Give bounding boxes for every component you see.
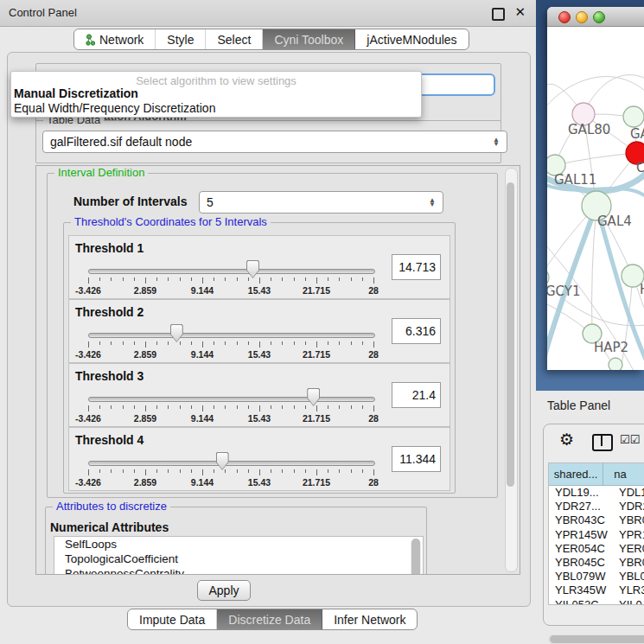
tick-mark [248,469,249,473]
slider-track[interactable] [88,461,375,466]
slider-thumb[interactable] [307,388,320,406]
column-header[interactable]: na [603,463,644,485]
control-panel-titlebar: Control Panel ✕ [0,0,536,27]
slider-track[interactable] [88,333,375,338]
tick-mark [339,341,340,345]
gear-icon[interactable]: ⚙ [559,431,574,449]
slider-track[interactable] [88,269,375,274]
number-of-intervals-combobox[interactable]: 5 ▲▼ [199,191,443,214]
tick-mark [225,469,226,473]
tab-discretize-data[interactable]: Discretize Data [217,609,322,629]
tick-mark [123,277,124,281]
tick-mark [237,469,238,473]
threshold-slider[interactable]: -3.4262.8599.14415.4321.71528 [88,322,373,360]
network-view-window: GAL80GACGAL11GAL4GCY1HHAP2 [547,7,644,370]
algorithm-placeholder: Select algorithm to view settings [11,74,421,87]
tick-mark [225,277,226,281]
number-of-intervals-value: 5 [207,195,214,209]
tab-label: Impute Data [139,613,205,627]
table-row[interactable]: YPR145WYPR1 [549,528,644,542]
minimize-traffic-light-icon[interactable] [576,11,588,23]
table-panel: Table Panel ⚙ ☑☑ shared... na YDL19...YD… [536,391,644,644]
numerical-attributes-list[interactable]: SelfLoopsTopologicalCoefficientBetweenne… [54,536,424,575]
attribute-list-item[interactable]: SelfLoops [54,537,423,552]
node-table-panel: ⚙ ☑☑ shared... na YDL19...YDL1YDR27...YD… [543,424,644,626]
threshold-value-field[interactable] [392,382,441,408]
tick-mark [362,469,363,473]
tick-label: 21.715 [303,349,330,360]
slider-thumb[interactable] [216,452,229,470]
attribute-list-item[interactable]: BetweennessCentrality [54,566,423,575]
close-traffic-light-icon[interactable] [558,11,571,23]
tick-mark [134,341,135,345]
table-row[interactable]: YDL19...YDL1 [549,486,644,500]
tab-label: Discretize Data [228,613,310,627]
algorithm-option[interactable]: Equal Width/Frequency Discretization [11,101,424,116]
split-columns-icon[interactable] [592,434,613,451]
tick-mark [305,341,306,345]
network-window-titlebar[interactable] [547,7,644,27]
tab-network[interactable]: Network [74,29,156,49]
tick-mark [259,277,260,284]
attribute-list-item[interactable]: TopologicalCoefficient [54,552,423,566]
threshold-slider[interactable]: -3.4262.8599.14415.4321.71528 [88,386,373,424]
network-canvas[interactable]: GAL80GACGAL11GAL4GCY1HHAP2 [547,27,644,370]
tab-infer-network[interactable]: Infer Network [322,609,417,629]
tick-mark [373,277,374,284]
apply-button[interactable]: Apply [197,580,251,601]
threshold-value-field[interactable] [392,446,441,472]
table-row[interactable]: YBL079WYBL0 [549,570,644,583]
settings-scrollbar[interactable] [505,168,518,572]
threshold-slider[interactable]: -3.4262.8599.14415.4321.71528 [88,450,373,488]
threshold-value-field[interactable] [392,254,441,280]
threshold-panel: Threshold 4 -3.4262.8599.14415.4321.7152… [68,427,450,491]
network-node[interactable] [623,106,644,127]
scrollbar-thumb[interactable] [507,182,514,487]
scrollbar-thumb[interactable] [411,539,420,575]
scrollbar-thumb[interactable] [550,635,644,643]
algorithm-option[interactable]: Manual Discretization [11,86,424,101]
table-row[interactable]: YBR045CYBR0 [549,556,644,570]
table-row[interactable]: YBR043CYBR0 [549,513,644,527]
tab-select[interactable]: Select [206,29,263,49]
tick-mark [282,277,283,281]
table-row[interactable]: YDR27...YDR2 [549,500,644,513]
slider-thumb[interactable] [246,260,259,278]
float-window-icon[interactable] [492,8,505,21]
table-row[interactable]: YIL052CYIL0 [549,598,644,606]
checkboxes-icon[interactable]: ☑☑ [620,433,640,446]
slider-track[interactable] [88,397,375,402]
tick-mark [111,405,112,409]
network-node-label: H [640,282,644,297]
tab-jactivemnodules[interactable]: jActiveMNodules [355,29,468,49]
tick-mark [191,277,192,281]
tab-cyni-toolbox[interactable]: Cyni Toolbox [263,29,355,49]
threshold-value-field[interactable] [392,318,441,344]
tab-style[interactable]: Style [156,29,206,49]
cell-name: YDL1 [609,486,644,500]
tick-label: 2.859 [134,413,156,424]
node-attribute-table[interactable]: shared... na YDL19...YDL1YDR27...YDR2YBR… [548,462,644,605]
tick-mark [111,469,112,473]
table-data-combobox[interactable]: galFiltered.sif default node ▲▼ [42,131,507,153]
column-header[interactable]: shared... [549,463,603,485]
network-node[interactable] [609,358,622,370]
tick-mark [248,277,249,281]
cell-shared-name: YDR27... [549,500,609,513]
table-row[interactable]: YLR345WYLR3 [549,583,644,597]
tick-label: 28 [368,285,379,296]
tab-impute-data[interactable]: Impute Data [128,609,217,629]
tick-mark [214,469,214,473]
table-row[interactable]: YER054CYER0 [549,542,644,556]
attributes-scrollbar[interactable] [411,539,421,575]
close-icon[interactable]: ✕ [514,4,526,20]
tick-mark [180,277,181,281]
tick-label: 2.859 [134,477,156,488]
tick-mark [145,469,146,475]
threshold-slider[interactable]: -3.4262.8599.14415.4321.71528 [88,258,373,296]
tick-mark [351,405,352,409]
table-hscrollbar[interactable] [548,634,644,644]
tick-mark [123,341,124,345]
zoom-traffic-light-icon[interactable] [593,11,605,23]
slider-thumb[interactable] [170,324,183,342]
